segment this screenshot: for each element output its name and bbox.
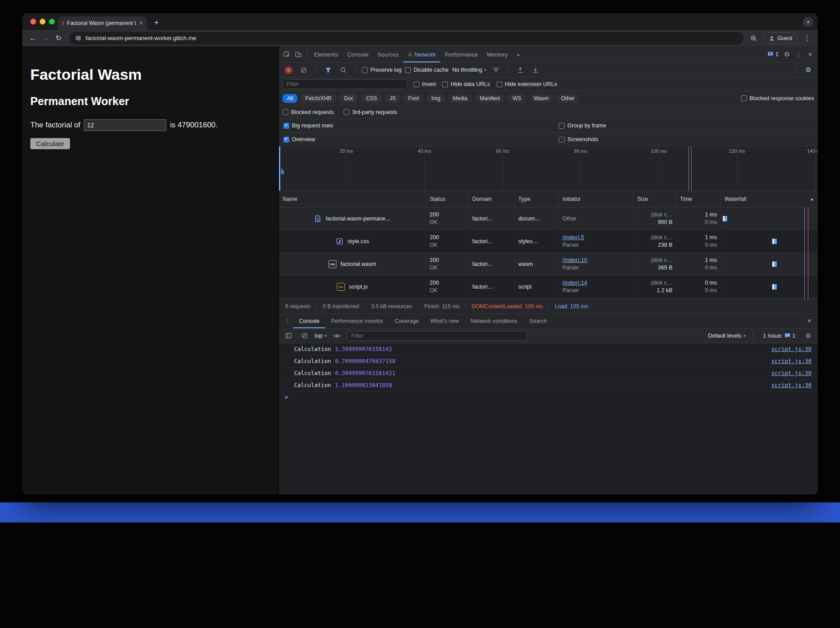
- inspect-element-icon[interactable]: [281, 49, 292, 60]
- column-header-time[interactable]: Time: [676, 191, 721, 207]
- filter-chip-wasm[interactable]: Wasm: [529, 94, 553, 103]
- issues-counter[interactable]: 1: [765, 51, 781, 57]
- drawer-tab-coverage[interactable]: Coverage: [389, 314, 425, 328]
- column-header-status[interactable]: Status: [426, 191, 469, 207]
- close-window-button[interactable]: [30, 19, 36, 24]
- blocked-requests-checkbox[interactable]: Blocked requests: [283, 109, 334, 115]
- tab-close-icon[interactable]: ✕: [139, 20, 143, 26]
- tab-sources[interactable]: Sources: [373, 46, 403, 62]
- calculate-button[interactable]: Calculate: [30, 138, 70, 149]
- site-settings-icon[interactable]: [75, 35, 82, 41]
- screenshots-checkbox[interactable]: Screenshots: [559, 136, 598, 143]
- export-har-icon[interactable]: [530, 65, 541, 75]
- throttling-dropdown[interactable]: No throttling ▾: [452, 67, 487, 73]
- network-filter-input[interactable]: [283, 79, 407, 89]
- initiator-link[interactable]: (index):14: [562, 279, 630, 287]
- tab-network[interactable]: ⚠ Network: [403, 46, 440, 62]
- filter-chip-media[interactable]: Media: [448, 94, 472, 103]
- initiator-link[interactable]: (index):10: [562, 257, 630, 264]
- reload-button[interactable]: ↻: [53, 32, 65, 44]
- address-bar[interactable]: factorial-wasm-permanent-worker.glitch.m…: [69, 32, 743, 45]
- console-empty-area[interactable]: [279, 403, 818, 495]
- filter-chip-manifest[interactable]: Manifest: [475, 94, 504, 103]
- tab-performance[interactable]: Performance: [440, 46, 482, 62]
- hide-data-urls-checkbox[interactable]: Hide data URLs: [442, 81, 490, 87]
- import-har-icon[interactable]: [515, 65, 526, 75]
- drawer-menu-icon[interactable]: ⋮: [282, 316, 293, 326]
- back-button[interactable]: ←: [27, 32, 39, 44]
- console-source-link[interactable]: script.js:30: [771, 370, 811, 376]
- filter-toggle-icon[interactable]: [322, 65, 334, 75]
- profile-button[interactable]: Guest: [763, 32, 798, 44]
- drawer-close-icon[interactable]: ✕: [803, 316, 815, 326]
- hide-extension-urls-checkbox[interactable]: Hide extension URLs: [496, 81, 557, 87]
- console-issues-counter[interactable]: 1 Issue: 1: [760, 333, 798, 339]
- console-settings-gear-icon[interactable]: ⚙: [803, 330, 814, 341]
- filter-chip-other[interactable]: Other: [557, 94, 579, 103]
- disable-cache-checkbox[interactable]: Disable cache: [405, 67, 449, 73]
- filter-chip-font[interactable]: Font: [404, 94, 423, 103]
- console-filter-input[interactable]: [347, 331, 527, 341]
- browser-tab[interactable]: ! Factorial Wasm (permanent W ✕: [58, 16, 147, 30]
- live-expression-eye-icon[interactable]: [331, 330, 343, 341]
- network-request-row[interactable]: factorial-wasm-permane… 200OK factori… d…: [279, 208, 818, 230]
- drawer-tab-search[interactable]: Search: [524, 314, 553, 328]
- filter-chip-css[interactable]: CSS: [361, 94, 381, 103]
- filter-chip-doc[interactable]: Doc: [340, 94, 358, 103]
- clear-console-icon[interactable]: [299, 330, 310, 341]
- column-header-type[interactable]: Type: [515, 191, 559, 207]
- third-party-requests-checkbox[interactable]: 3rd-party requests: [344, 109, 397, 115]
- factorial-input[interactable]: [84, 119, 166, 131]
- network-request-row[interactable]: style.css 200OK factori… styles… (index)…: [279, 230, 818, 253]
- default-levels-dropdown[interactable]: Default levels ▾: [708, 333, 746, 339]
- overview-handle[interactable]: [279, 147, 280, 191]
- devtools-menu-icon[interactable]: ⋮: [793, 49, 804, 60]
- device-toolbar-icon[interactable]: [292, 49, 304, 60]
- forward-button[interactable]: →: [40, 32, 52, 44]
- new-tab-button[interactable]: +: [151, 17, 162, 29]
- devtools-close-icon[interactable]: ✕: [804, 49, 816, 60]
- filter-chip-js[interactable]: JS: [385, 94, 400, 103]
- console-source-link[interactable]: script.js:30: [771, 346, 811, 352]
- column-header-size[interactable]: Size: [634, 191, 676, 207]
- blocked-response-cookies-checkbox[interactable]: Blocked response cookies: [741, 95, 814, 102]
- tab-elements[interactable]: Elements: [310, 46, 343, 62]
- tab-search-button[interactable]: ▾: [803, 17, 813, 27]
- column-header-waterfall[interactable]: Waterfall ▲: [721, 191, 818, 207]
- network-request-row[interactable]: WA factorial.wasm 200OK factori… wasm (i…: [279, 253, 818, 276]
- tab-console[interactable]: Console: [343, 46, 373, 62]
- network-settings-gear-icon[interactable]: ⚙: [803, 65, 814, 75]
- column-header-domain[interactable]: Domain: [469, 191, 515, 207]
- browser-menu-icon[interactable]: ⋮: [801, 32, 813, 44]
- settings-gear-icon[interactable]: ⚙: [781, 49, 793, 60]
- drawer-tab-performance-monitor[interactable]: Performance monitor: [325, 314, 389, 328]
- network-request-row[interactable]: <> script.js 200OK factori… script (inde…: [279, 276, 818, 298]
- invert-checkbox[interactable]: Invert: [414, 81, 436, 87]
- network-request-row[interactable]: <> blob:https://factorial-wa… 200OK fact…: [279, 298, 818, 299]
- network-overview-timeline[interactable]: 20 ms 40 ms 60 ms 80 ms 100 ms 120 ms 14…: [279, 147, 818, 191]
- filter-chip-fetch-xhr[interactable]: Fetch/XHR: [301, 94, 336, 103]
- console-context-dropdown[interactable]: top ▾: [315, 333, 327, 339]
- drawer-tab-network-conditions[interactable]: Network conditions: [465, 314, 524, 328]
- column-header-initiator[interactable]: Initiator: [559, 191, 634, 207]
- filter-chip-ws[interactable]: WS: [508, 94, 525, 103]
- preserve-log-checkbox[interactable]: Preserve log: [362, 67, 402, 73]
- console-source-link[interactable]: script.js:30: [771, 382, 811, 388]
- maximize-window-button[interactable]: [49, 19, 55, 24]
- console-source-link[interactable]: script.js:30: [771, 358, 811, 364]
- filter-chip-all[interactable]: All: [283, 94, 297, 103]
- console-prompt[interactable]: >: [279, 391, 818, 403]
- overview-checkbox[interactable]: Overview: [283, 136, 315, 143]
- drawer-tab-whats-new[interactable]: What's new: [425, 314, 465, 328]
- filter-chip-img[interactable]: Img: [427, 94, 445, 103]
- minimize-window-button[interactable]: [40, 19, 45, 24]
- zoom-icon[interactable]: [748, 32, 760, 44]
- initiator-link[interactable]: (index):5: [562, 234, 630, 241]
- big-request-rows-checkbox[interactable]: Big request rows: [283, 122, 333, 129]
- more-tabs-icon[interactable]: »: [512, 46, 524, 62]
- column-header-name[interactable]: Name: [279, 191, 426, 207]
- drawer-tab-console[interactable]: Console: [293, 314, 325, 328]
- record-network-log-button[interactable]: [283, 65, 294, 75]
- clear-network-log-icon[interactable]: [298, 65, 309, 75]
- console-sidebar-icon[interactable]: [283, 330, 294, 341]
